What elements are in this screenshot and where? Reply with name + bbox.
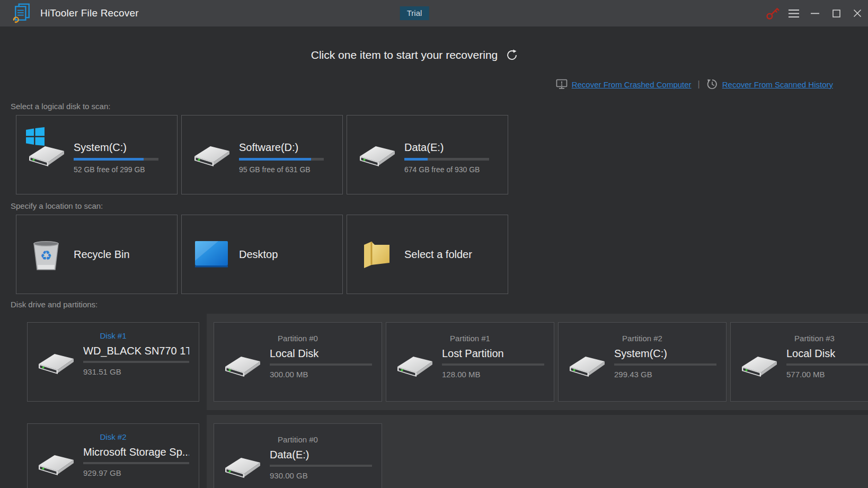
logical-disk-card-software-d[interactable]: Software(D:) 95 GB free of 631 GB [181, 115, 343, 194]
disk-name: Data(E:) [404, 141, 489, 154]
partition-card[interactable]: Partition #3 Local Disk 577.00 MB [730, 322, 868, 402]
usage-bar [239, 158, 324, 161]
usage-bar [404, 158, 489, 161]
partition-card[interactable]: Partition #0 Local Disk 300.00 MB [214, 322, 382, 402]
disk-free-text: 674 GB free of 930 GB [404, 165, 489, 174]
drive-icon [37, 451, 75, 477]
usage-bar [74, 158, 158, 161]
app-title: HiTooler File Recover [40, 7, 139, 19]
disk-label: Disk #2 [28, 432, 199, 442]
close-icon [853, 9, 862, 17]
maximize-icon [832, 10, 840, 17]
locations-row: Recycle Bin Desktop Select a folder [16, 215, 868, 294]
license-key-button[interactable] [762, 0, 783, 26]
disk-area: Disk #1 WD_BLACK SN770 1TB 931.51 GB Par… [0, 314, 868, 488]
disk-card-2[interactable]: Disk #2 Microsoft Storage Sp... 929.97 G… [27, 423, 199, 488]
desktop-icon [194, 241, 228, 268]
disk-free-text: 95 GB free of 631 GB [239, 165, 324, 174]
partition-size: 299.43 GB [614, 370, 716, 379]
partition-label: Partition #0 [214, 435, 382, 445]
capacity-line [442, 363, 544, 366]
usage-bar-fill [74, 158, 144, 161]
maximize-button[interactable] [826, 0, 847, 26]
logical-disk-card-data-e[interactable]: Data(E:) 674 GB free of 930 GB [347, 115, 508, 194]
logical-disk-card-system-c[interactable]: System(C:) 52 GB free of 299 GB [16, 115, 178, 194]
location-card-select-folder[interactable]: Select a folder [347, 215, 508, 294]
disk-name: System(C:) [74, 141, 158, 154]
recycle-bin-icon [30, 238, 62, 271]
window-controls [762, 0, 868, 26]
disk-free-text: 52 GB free of 299 GB [74, 165, 158, 174]
drive-icon [28, 142, 66, 168]
scan-history-icon [706, 78, 718, 90]
crashed-computer-icon [556, 79, 568, 90]
partition-name: System(C:) [614, 347, 716, 360]
refresh-icon[interactable] [506, 49, 518, 61]
partition-card[interactable]: Partition #0 Data(E:) 930.00 GB [214, 423, 382, 488]
partition-name: Local Disk [786, 347, 868, 360]
capacity-line [270, 465, 372, 467]
partition-name: Lost Partition [442, 347, 544, 360]
menu-button[interactable] [783, 0, 804, 26]
link-recover-scanned-history[interactable]: Recover From Scanned History [722, 80, 833, 89]
drive-icon [224, 352, 262, 379]
partition-size: 577.00 MB [786, 370, 868, 379]
location-card-recycle-bin[interactable]: Recycle Bin [16, 215, 178, 294]
disk-size: 931.51 GB [83, 367, 189, 377]
disk-label: Disk #1 [28, 331, 199, 341]
drive-icon [358, 142, 396, 168]
partition-size: 930.00 GB [270, 471, 372, 481]
link-recover-crashed-computer[interactable]: Recover From Crashed Computer [572, 80, 692, 89]
partition-card[interactable]: Partition #2 System(C:) 299.43 GB [558, 322, 727, 402]
minimize-button[interactable] [804, 0, 826, 26]
drive-icon [396, 352, 434, 379]
locations-label: Specify a location to scan: [11, 201, 868, 210]
menu-icon [789, 10, 799, 17]
partition-name: Local Disk [270, 347, 372, 360]
logical-disks-label: Select a logical disk to scan: [11, 102, 868, 111]
recovery-links: Recover From Crashed Computer | Recover … [0, 78, 868, 90]
drive-icon [193, 142, 231, 168]
capacity-line [83, 462, 189, 464]
capacity-line [614, 363, 716, 366]
trial-badge[interactable]: Trial [400, 6, 429, 20]
link-separator: | [698, 79, 700, 89]
disk-row-2: Disk #2 Microsoft Storage Sp... 929.97 G… [0, 415, 868, 488]
page-title: Click one item to start your recovering [311, 49, 498, 61]
drive-icon [740, 352, 778, 379]
capacity-line [83, 361, 189, 363]
folder-icon [362, 239, 392, 269]
location-name: Recycle Bin [74, 249, 130, 261]
disk-name: Microsoft Storage Sp... [83, 446, 189, 458]
app-logo-icon [12, 3, 33, 24]
heading-row: Click one item to start your recovering [0, 48, 848, 63]
location-name: Desktop [239, 249, 278, 261]
partition-size: 128.00 MB [442, 370, 544, 379]
partition-card[interactable]: Partition #1 Lost Partition 128.00 MB [386, 322, 554, 402]
titlebar: HiTooler File Recover Trial [0, 0, 868, 26]
location-name: Select a folder [404, 249, 472, 261]
partitions-panel-1: Partition #0 Local Disk 300.00 MB Partit… [207, 314, 868, 410]
capacity-line [270, 363, 372, 366]
disk-row-1: Disk #1 WD_BLACK SN770 1TB 931.51 GB Par… [0, 314, 868, 410]
close-button[interactable] [847, 0, 868, 26]
disk-name: Software(D:) [239, 141, 324, 154]
partition-label: Partition #1 [386, 334, 554, 343]
logical-disks-row: System(C:) 52 GB free of 299 GB Software… [16, 115, 868, 194]
drive-icon [568, 352, 606, 379]
capacity-line [786, 363, 868, 366]
partition-label: Partition #0 [214, 334, 382, 343]
partition-size: 300.00 MB [270, 370, 372, 379]
disk-size: 929.97 GB [83, 468, 189, 478]
partition-label: Partition #3 [731, 334, 868, 343]
drive-icon [37, 350, 75, 376]
disk-name: WD_BLACK SN770 1TB [83, 344, 189, 357]
disks-label: Disk drive and partitions: [11, 300, 868, 309]
partition-label: Partition #2 [559, 334, 726, 343]
minimize-icon [811, 13, 819, 14]
location-card-desktop[interactable]: Desktop [181, 215, 343, 294]
partition-name: Data(E:) [270, 448, 372, 461]
usage-bar-fill [239, 158, 311, 161]
disk-card-1[interactable]: Disk #1 WD_BLACK SN770 1TB 931.51 GB [27, 322, 199, 402]
drive-with-windows-icon [28, 141, 67, 168]
